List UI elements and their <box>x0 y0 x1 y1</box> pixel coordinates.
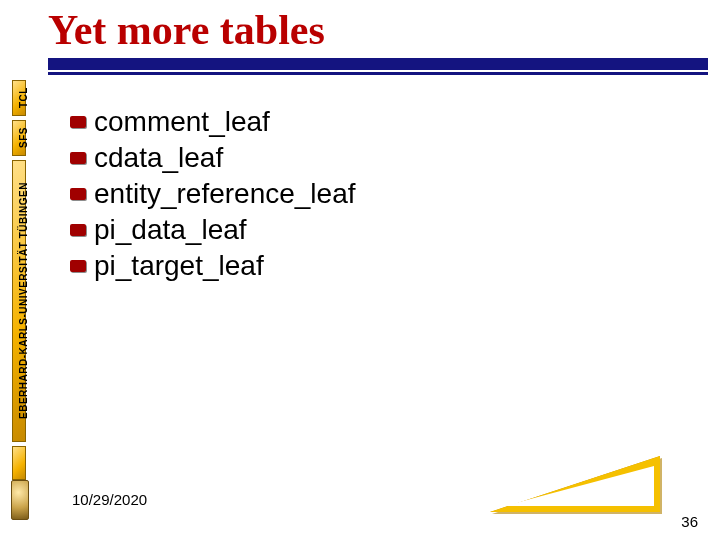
rail-label-tcl: TCL <box>18 80 32 116</box>
bullet-icon <box>70 152 86 164</box>
list-item: comment_leaf <box>70 106 696 138</box>
crest-icon <box>11 480 29 520</box>
bullet-icon <box>70 116 86 128</box>
bullet-icon <box>70 260 86 272</box>
bullet-icon <box>70 224 86 236</box>
list-item: cdata_leaf <box>70 142 696 174</box>
title-area: Yet more tables <box>48 6 708 78</box>
bullet-text: pi_data_leaf <box>94 214 247 246</box>
bullet-text: entity_reference_leaf <box>94 178 356 210</box>
page-number: 36 <box>681 513 698 530</box>
bullet-text: cdata_leaf <box>94 142 223 174</box>
footer-date: 10/29/2020 <box>72 491 147 508</box>
bullet-text: pi_target_leaf <box>94 250 264 282</box>
bullet-text: comment_leaf <box>94 106 270 138</box>
title-rule <box>48 58 708 78</box>
rail-label-uni: EBERHARD-KARLS-UNIVERSITÄT TÜBINGEN <box>18 160 32 442</box>
bullet-list: comment_leaf cdata_leaf entity_reference… <box>70 102 696 286</box>
left-rail: TCL SFS EBERHARD-KARLS-UNIVERSITÄT TÜBIN… <box>12 80 38 480</box>
page-title: Yet more tables <box>48 6 708 54</box>
list-item: pi_target_leaf <box>70 250 696 282</box>
list-item: entity_reference_leaf <box>70 178 696 210</box>
list-item: pi_data_leaf <box>70 214 696 246</box>
rail-label-sfs: SFS <box>18 120 32 156</box>
corner-ornament <box>480 442 660 512</box>
bullet-icon <box>70 188 86 200</box>
